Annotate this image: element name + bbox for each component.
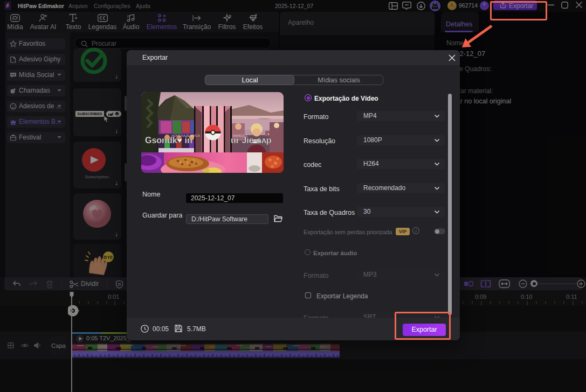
svg-text:HOMENAJE-MRCA: HOMENAJE-MRCA: [171, 134, 200, 137]
svg-text:MARCA 3: MARCA 3: [233, 134, 247, 137]
